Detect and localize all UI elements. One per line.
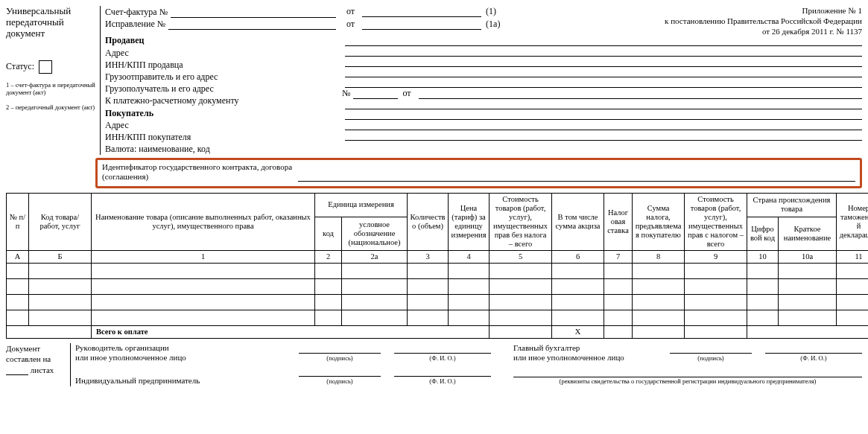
col-2: 2 [315, 250, 342, 263]
th-unit-group: Единица измерения [315, 193, 408, 217]
th-unit-code: код [315, 217, 342, 250]
doc-title-l1: Универсальный [6, 6, 95, 17]
payment-date-field[interactable] [419, 89, 862, 99]
col-6: 6 [552, 250, 604, 263]
legend-2: 2 – передаточный документ (акт) [6, 103, 95, 111]
sheets-count-field[interactable] [6, 365, 28, 375]
appendix-l2: к постановлению Правительства Российской… [665, 16, 862, 27]
th-qty: Количество (объем) [408, 193, 449, 250]
consignee-field[interactable] [345, 77, 862, 88]
inn-seller-field[interactable] [345, 57, 862, 67]
seller-field[interactable] [345, 36, 862, 46]
status-checkbox[interactable] [39, 60, 52, 74]
buyer-label: Покупатель [105, 107, 336, 119]
acct-sign-sub: (подпись) [670, 354, 752, 362]
col-1: 1 [92, 250, 315, 263]
th-country-group: Страна происхождения товара [747, 193, 837, 217]
th-price: Цена (тариф) за единицу измерения [449, 193, 490, 250]
appendix-l3: от 26 декабря 2011 г. № 1137 [665, 27, 862, 37]
gov-contract-label-l2: (соглашения) [102, 172, 292, 182]
head-sub: или иное уполномоченное лицо [75, 353, 299, 363]
col-B: Б [29, 250, 92, 263]
ip-reg-note: (реквизиты свидетельства о государственн… [513, 377, 862, 385]
ip-sign-sub: (подпись) [299, 377, 381, 385]
ot-1: от [346, 6, 355, 17]
sheets-l1: Документ [6, 343, 66, 354]
acct-sub: или иное уполномоченное лицо [513, 353, 670, 363]
consignee-label: Грузополучатель и его адрес [105, 83, 336, 95]
payment-no-label: № [342, 88, 350, 99]
gov-contract-label-l1: Идентификатор государственного контракта… [102, 162, 292, 172]
inn-seller-label: ИНН/КПП продавца [105, 59, 336, 71]
total-label: Всего к оплате [92, 325, 490, 338]
th-code: Код товара/ работ, услуг [29, 193, 92, 250]
col-2a: 2а [342, 250, 408, 263]
doc-title-l3: документ [6, 28, 95, 39]
acct-fio-field[interactable] [765, 343, 862, 354]
ip-fio-field[interactable] [394, 366, 491, 377]
head-label: Руководитель организации [75, 343, 299, 353]
th-excise: В том числе сумма акциза [552, 193, 604, 250]
seller-label: Продавец [105, 34, 336, 46]
acct-fio-sub: (Ф. И. О.) [765, 354, 862, 362]
field-labels: Счет-фактура № Исправление № Продавец Ад… [100, 6, 336, 155]
ip-fio-sub: (Ф. И. О.) [394, 377, 491, 385]
th-country-name: Краткое наименование [779, 217, 837, 250]
col-4: 4 [449, 250, 490, 263]
inn-buyer-field[interactable] [345, 120, 862, 130]
gov-contract-highlight: Идентификатор государственного контракта… [95, 158, 862, 188]
invoice-date-field[interactable] [362, 7, 481, 17]
col-A: А [7, 250, 29, 263]
col-10a: 10а [779, 250, 837, 263]
appendix-note: Приложение № 1 к постановлению Правитель… [665, 6, 862, 36]
table-row [7, 278, 869, 294]
th-country-code: Цифровой код [747, 217, 779, 250]
col-9: 9 [685, 250, 747, 263]
ot-pay: от [402, 88, 411, 99]
doc-title-l2: передаточный [6, 17, 95, 28]
consignor-field[interactable] [345, 67, 862, 77]
paren-1a: (1a) [486, 19, 516, 30]
head-sign-field[interactable] [299, 343, 381, 354]
table-row [7, 263, 869, 278]
currency-field[interactable] [345, 130, 862, 141]
head-fio-field[interactable] [394, 343, 491, 354]
ip-sign-field[interactable] [299, 366, 381, 377]
col-10: 10 [747, 250, 779, 263]
th-decl: Номер таможенной декларации [837, 193, 868, 250]
acct-sign-field[interactable] [670, 343, 752, 354]
th-unit-name: условное обозначение (национальное) [342, 217, 408, 250]
head-fio-sub: (Ф. И. О.) [394, 354, 491, 362]
sheets-l2: составлен на [6, 354, 66, 364]
address-label: Адрес [105, 47, 336, 59]
col-5: 5 [490, 250, 552, 263]
table-row [7, 294, 869, 310]
sheets-note: Документ составлен на листах [6, 343, 70, 386]
buyer-field[interactable] [345, 99, 862, 109]
payment-doc-label: К платежно-расчетному документу [105, 95, 336, 106]
acct-label: Главный бухгалтер [513, 343, 670, 353]
th-num: № п/п [7, 193, 29, 250]
ip-reg-field[interactable] [513, 367, 862, 377]
correction-date-field[interactable] [362, 19, 481, 30]
invoice-no-field[interactable] [171, 7, 336, 18]
ip-label: Индивидуальный предприниматель [75, 376, 299, 386]
currency-label: Валюта: наименование, код [105, 143, 336, 155]
table-row [7, 310, 869, 325]
col-8: 8 [633, 250, 685, 263]
total-x: X [552, 325, 604, 338]
correction-no-field[interactable] [168, 19, 336, 30]
status-label: Статус: [6, 61, 34, 72]
invoice-no-label: Счет-фактура № [105, 6, 168, 18]
th-tax-rate: Налоговая ставка [604, 193, 633, 250]
head-sign-sub: (подпись) [299, 354, 381, 362]
total-row: Всего к оплате X [7, 325, 869, 338]
inn-buyer-label: ИНН/КПП покупателя [105, 131, 336, 143]
address-field[interactable] [345, 46, 862, 57]
right-panel: Приложение № 1 к постановлению Правитель… [336, 6, 862, 141]
th-cost-with-tax: Стоимость товаров (работ, услуг), имущес… [685, 193, 747, 250]
gov-contract-field[interactable] [298, 171, 855, 182]
address2-field[interactable] [345, 109, 862, 120]
payment-no-field[interactable] [353, 89, 398, 99]
correction-no-label: Исправление № [105, 18, 165, 30]
